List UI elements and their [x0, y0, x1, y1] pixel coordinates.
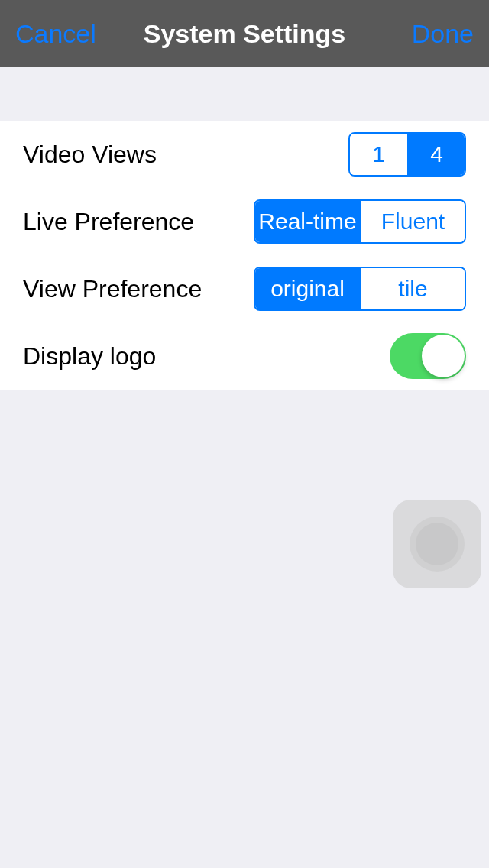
navbar: Cancel System Settings Done — [0, 0, 489, 67]
view-preference-option-original[interactable]: original — [255, 268, 360, 309]
display-logo-label: Display logo — [23, 342, 156, 371]
live-preference-option-fluent[interactable]: Fluent — [360, 201, 465, 242]
settings-list: Video Views 1 4 Live Preference Real-tim… — [0, 121, 489, 390]
display-logo-row: Display logo — [0, 322, 489, 390]
video-views-label: Video Views — [23, 141, 157, 169]
live-preference-segmented: Real-time Fluent — [254, 199, 466, 244]
display-logo-toggle[interactable] — [390, 333, 466, 379]
view-preference-label: View Preference — [23, 275, 202, 303]
video-views-row: Video Views 1 4 — [0, 121, 489, 188]
video-views-option-4[interactable]: 4 — [407, 134, 465, 175]
assistive-touch-icon — [410, 517, 465, 572]
assistive-touch-button[interactable] — [393, 500, 481, 588]
page-title: System Settings — [144, 19, 346, 49]
done-button[interactable]: Done — [412, 19, 474, 49]
view-preference-option-tile[interactable]: tile — [360, 268, 465, 309]
view-preference-row: View Preference original tile — [0, 255, 489, 322]
toggle-knob — [422, 335, 465, 377]
live-preference-option-realtime[interactable]: Real-time — [255, 201, 360, 242]
video-views-segmented: 1 4 — [348, 132, 466, 177]
cancel-button[interactable]: Cancel — [15, 19, 96, 49]
video-views-option-1[interactable]: 1 — [350, 134, 407, 175]
view-preference-segmented: original tile — [254, 267, 466, 311]
live-preference-label: Live Preference — [23, 208, 194, 236]
live-preference-row: Live Preference Real-time Fluent — [0, 188, 489, 255]
top-spacer — [0, 67, 489, 121]
